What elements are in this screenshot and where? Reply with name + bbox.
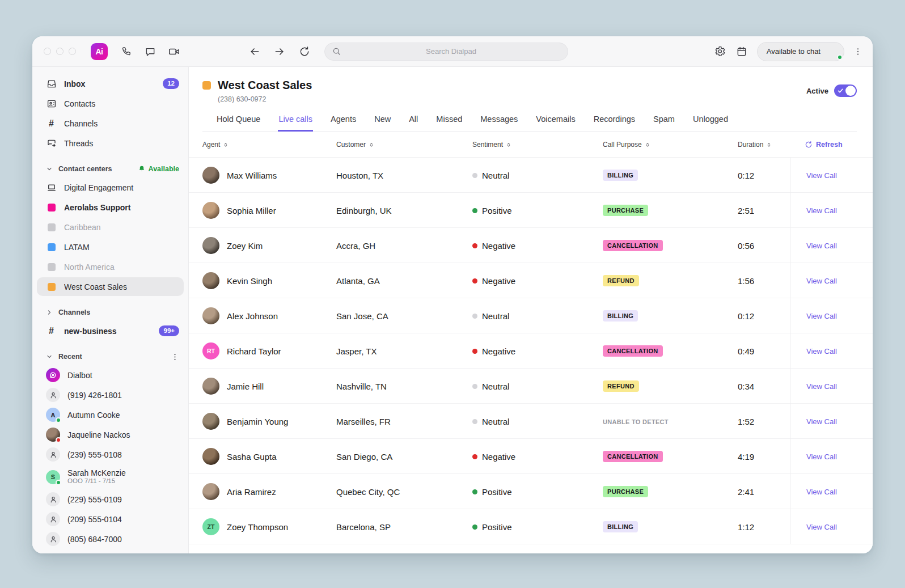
forward-arrow-icon[interactable] (273, 45, 286, 58)
sidebar-item-229-555-0109[interactable]: (229) 555-0109 (32, 489, 188, 509)
recent-overflow-icon[interactable] (170, 353, 179, 361)
active-toggle[interactable] (834, 84, 857, 97)
person-avatar-icon (46, 492, 60, 506)
search-bar[interactable] (324, 43, 568, 61)
sidebar-item-jaqueline-nackos[interactable]: Jaqueline Nackos (32, 425, 188, 445)
tab-live-calls[interactable]: Live calls (278, 115, 313, 132)
view-call-link[interactable]: View Call (806, 488, 837, 496)
dialpad-logo-icon[interactable]: Ai (91, 43, 108, 60)
agent-name: Kevin Singh (227, 276, 272, 286)
customer-location: Barcelona, SP (336, 522, 472, 532)
back-arrow-icon[interactable] (248, 45, 261, 58)
avatar (202, 448, 219, 465)
sentiment-dot-icon (472, 384, 477, 389)
view-call-link[interactable]: View Call (806, 417, 837, 426)
call-duration: 0:34 (738, 382, 790, 391)
view-call-link[interactable]: View Call (806, 452, 837, 461)
sidebar-item-threads[interactable]: Threads (32, 133, 188, 153)
list-item-label: (805) 684-7000 (67, 535, 179, 544)
agent-name: Alex Johnson (227, 311, 278, 321)
customer-location: San Jose, CA (336, 311, 472, 321)
avatar: RT (202, 342, 219, 359)
view-call-link[interactable]: View Call (806, 523, 837, 531)
person-avatar-icon (46, 532, 60, 546)
refresh-button[interactable]: Refresh (790, 141, 843, 149)
view-call-link[interactable]: View Call (806, 171, 837, 180)
search-input[interactable] (341, 47, 561, 56)
view-call-link[interactable]: View Call (806, 382, 837, 391)
phone-icon[interactable] (120, 45, 133, 58)
user-avatar (826, 44, 841, 59)
video-icon[interactable] (168, 45, 180, 58)
agent-name: Aria Ramirez (227, 487, 276, 497)
person-avatar-icon (46, 388, 60, 402)
sidebar-item-209-555-0104[interactable]: (209) 555-0104 (32, 509, 188, 529)
tab-spam[interactable]: Spam (653, 115, 675, 131)
customer-location: Accra, GH (336, 241, 472, 251)
view-call-link[interactable]: View Call (806, 242, 837, 250)
tab-agents[interactable]: Agents (330, 115, 357, 131)
sidebar-item-dialbot[interactable]: Dialbot (32, 365, 188, 385)
sidebar-item-autumn-cooke[interactable]: AAutumn Cooke (32, 405, 188, 425)
customer-location: Edinburgh, UK (336, 206, 472, 215)
calendar-icon[interactable] (735, 45, 748, 58)
color-swatch-icon (48, 263, 56, 271)
overflow-menu-icon[interactable] (853, 45, 862, 58)
agent-name: Sophia Miller (227, 206, 276, 215)
sidebar-item-new-business[interactable]: #new-business99+ (32, 321, 188, 341)
presence-dot (56, 437, 61, 443)
tab-new[interactable]: New (374, 115, 391, 131)
sidebar-item-sarah-mckenzie[interactable]: SSarah McKenzieOOO 7/11 - 7/15 (32, 464, 188, 489)
sidebar-item-north-america[interactable]: North America (32, 257, 188, 277)
sidebar-item-contacts[interactable]: Contacts (32, 94, 188, 113)
view-call-link[interactable]: View Call (806, 206, 837, 215)
recent-section-header[interactable]: Recent (32, 348, 188, 365)
tab-missed[interactable]: Missed (435, 115, 463, 131)
channels-section-header[interactable]: Channels (32, 304, 188, 321)
view-call-link[interactable]: View Call (806, 277, 837, 285)
agent-name: Richard Taylor (227, 346, 281, 356)
person-avatar-icon (46, 512, 60, 526)
tab-recordings[interactable]: Recordings (593, 115, 636, 131)
view-call-link[interactable]: View Call (806, 347, 837, 356)
sidebar-item-channels[interactable]: #Channels (32, 113, 188, 133)
messages-icon[interactable] (144, 45, 157, 58)
tab-all[interactable]: All (408, 115, 418, 131)
view-call-link[interactable]: View Call (806, 312, 837, 320)
hash-icon: # (46, 325, 57, 336)
sentiment-dot-icon (472, 208, 477, 213)
sidebar-item-latam[interactable]: LATAM (32, 237, 188, 257)
tab-hold-queue[interactable]: Hold Queue (216, 115, 261, 131)
top-bar: Ai Available to chat (32, 36, 873, 67)
column-header-call-purpose[interactable]: Call Purpose (603, 141, 738, 149)
reload-icon[interactable] (298, 45, 311, 58)
tab-unlogged[interactable]: Unlogged (692, 115, 729, 131)
availability-dropdown[interactable]: Available to chat (757, 42, 844, 61)
sidebar-item-caribbean[interactable]: Caribbean (32, 217, 188, 237)
dialbot-avatar-icon (46, 368, 60, 382)
sidebar-item-239-555-0108[interactable]: (239) 555-0108 (32, 445, 188, 464)
sidebar-item-919-426-1801[interactable]: (919) 426-1801 (32, 385, 188, 405)
sidebar-item-aerolabs-support[interactable]: Aerolabs Support (32, 197, 188, 217)
tab-voicemails[interactable]: Voicemails (535, 115, 576, 131)
column-header-customer[interactable]: Customer (336, 141, 472, 149)
column-header-sentiment[interactable]: Sentiment (472, 141, 603, 149)
settings-gear-icon[interactable] (714, 45, 726, 58)
column-header-agent[interactable]: Agent (202, 141, 336, 149)
contact-centers-section-header[interactable]: Contact centers Available (32, 160, 188, 177)
list-item-label: Inbox (64, 79, 155, 88)
available-label: Available (149, 165, 179, 173)
list-item-label: Dialbot (67, 371, 179, 380)
tab-messages[interactable]: Messages (480, 115, 518, 131)
sidebar-item-805-684-7000[interactable]: (805) 684-7000 (32, 529, 188, 549)
column-header-duration[interactable]: Duration (738, 141, 790, 149)
sentiment-label: Negative (482, 452, 515, 462)
sidebar-item-inbox[interactable]: Inbox12 (32, 74, 188, 94)
sidebar-item-digital-engagement[interactable]: Digital Engagement (32, 177, 188, 197)
color-swatch-icon (48, 283, 56, 291)
column-label: Agent (202, 141, 220, 149)
list-item-label: Contacts (64, 99, 179, 108)
window-controls[interactable] (44, 48, 76, 55)
sidebar-item-west-coast-sales[interactable]: West Coast Sales (32, 277, 188, 297)
chevron-down-icon (46, 353, 53, 360)
